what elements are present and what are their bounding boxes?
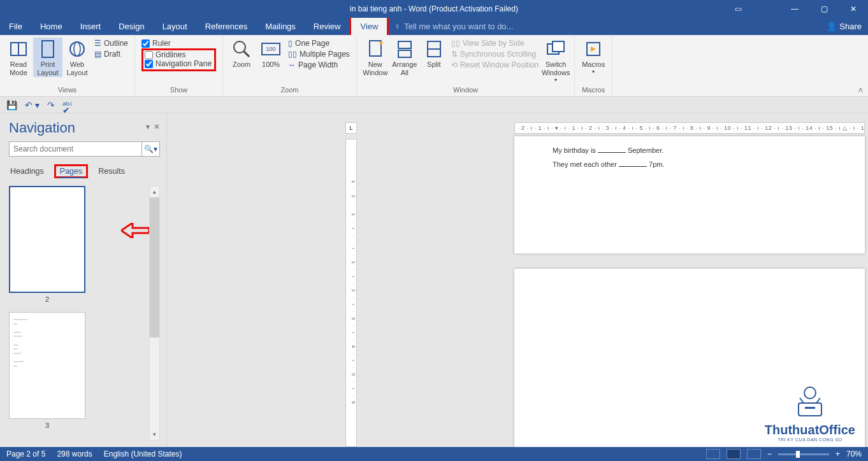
close-button[interactable]: ✕	[839, 0, 868, 18]
svg-rect-14	[553, 41, 564, 52]
web-layout-button[interactable]: WebLayout	[62, 38, 92, 77]
menu-bar: File Home Insert Design Layout Reference…	[0, 18, 868, 35]
share-button[interactable]: 👤Share	[827, 22, 862, 31]
document-canvas[interactable]: L · 2 · ı · 1 · ı · ▾ · ı · 1 · ı · 2 · …	[167, 113, 868, 447]
nav-close-button[interactable]: ✕	[154, 122, 160, 131]
thumb-label-2: 2	[9, 295, 85, 303]
draft-button[interactable]: ▤Draft	[94, 50, 128, 59]
outline-button[interactable]: ☰Outline	[94, 39, 128, 48]
ribbon: ReadMode PrintLayout WebLayout ☰Outline …	[0, 35, 868, 97]
restore-button[interactable]: ▢	[809, 0, 839, 18]
zoom-percent[interactable]: 70%	[846, 450, 862, 458]
tab-view[interactable]: View	[351, 18, 387, 35]
gridlines-checkbox[interactable]: Gridlines	[145, 50, 212, 59]
minimize-button[interactable]: —	[780, 0, 809, 18]
tab-file[interactable]: File	[0, 18, 31, 35]
tab-references[interactable]: References	[196, 18, 256, 35]
tab-home[interactable]: Home	[31, 18, 71, 35]
switch-windows-button[interactable]: SwitchWindows▾	[541, 38, 570, 83]
view-side-by-side-button: ▯▯View Side by Side	[451, 39, 539, 48]
group-macros-label: Macros	[579, 86, 608, 95]
one-page-button[interactable]: ▯One Page	[288, 39, 350, 48]
search-box[interactable]: 🔍▾	[9, 141, 160, 157]
svg-text:✶: ✶	[378, 39, 384, 48]
zoom-slider[interactable]	[778, 453, 829, 455]
tab-design[interactable]: Design	[110, 18, 153, 35]
page-thumb-2[interactable]	[9, 186, 85, 293]
group-window-label: Window	[361, 86, 570, 95]
title-bar: in bai tieng anh - Word (Product Activat…	[0, 0, 868, 18]
svg-rect-10	[398, 50, 411, 57]
share-icon: 👤	[827, 22, 837, 31]
zoom-100-button[interactable]: 100100%	[256, 38, 286, 69]
read-view-icon[interactable]	[706, 449, 720, 459]
vertical-ruler[interactable]: 1 · 2 1 · ı · ı · 1 · ı · 2 · ı · 3 · ı …	[345, 139, 357, 447]
zoom-in-button[interactable]: +	[835, 450, 840, 458]
quick-access-toolbar: 💾 ↶ ▾ ↷ ᵃᵇᶜ✔	[0, 97, 868, 113]
search-input[interactable]	[10, 142, 141, 156]
group-show-label: Show	[139, 86, 219, 95]
svg-rect-2	[42, 41, 54, 57]
group-zoom-label: Zoom	[227, 86, 352, 95]
tab-selector[interactable]: L	[345, 122, 357, 134]
print-layout-button[interactable]: PrintLayout	[33, 38, 62, 77]
status-words[interactable]: 298 words	[57, 450, 92, 458]
nav-scrollbar[interactable]: ▴ ▾	[149, 186, 160, 441]
spellcheck-icon[interactable]: ᵃᵇᶜ✔	[62, 100, 73, 110]
status-language[interactable]: English (United States)	[104, 450, 182, 458]
window-title: in bai tieng anh - Word (Product Activat…	[350, 4, 518, 13]
tell-me[interactable]: ♀Tell me what you want to do...	[394, 22, 513, 31]
document-page-2[interactable]: My birthday is September. They met each …	[514, 136, 865, 253]
nav-tab-headings[interactable]: Headings	[9, 166, 45, 177]
arrange-all-button[interactable]: ArrangeAll	[390, 38, 419, 77]
undo-icon[interactable]: ↶ ▾	[25, 100, 40, 110]
bulb-icon: ♀	[394, 22, 400, 31]
tab-mailings[interactable]: Mailings	[256, 18, 305, 35]
search-icon[interactable]: 🔍▾	[141, 142, 159, 156]
svg-line-6	[244, 52, 249, 57]
zoom-out-button[interactable]: −	[767, 450, 772, 458]
svg-point-4	[74, 42, 80, 56]
status-bar: Page 2 of 5 298 words English (United St…	[0, 447, 868, 461]
nav-title: Navigation	[9, 120, 160, 136]
nav-options-button[interactable]: ▾	[146, 122, 150, 131]
split-button[interactable]: Split	[419, 38, 449, 69]
ruler-checkbox[interactable]: Ruler	[141, 39, 216, 48]
annotation-arrow-icon	[121, 223, 149, 241]
print-view-icon[interactable]	[727, 449, 741, 459]
document-page-3[interactable]	[514, 269, 865, 447]
tab-layout[interactable]: Layout	[154, 18, 196, 35]
macros-button[interactable]: Macros▾	[579, 38, 608, 75]
nav-tab-results[interactable]: Results	[97, 166, 126, 177]
collapse-ribbon-button[interactable]: ᐱ	[858, 87, 863, 94]
group-views-label: Views	[4, 86, 131, 95]
navigation-pane: ▾✕ Navigation 🔍▾ Headings Pages Results …	[0, 113, 167, 447]
redo-icon[interactable]: ↷	[47, 100, 55, 110]
thumb-label-3: 3	[9, 422, 85, 429]
multiple-pages-button[interactable]: ▯▯Multiple Pages	[288, 50, 350, 59]
read-mode-button[interactable]: ReadMode	[4, 38, 33, 77]
reset-window-button: ⟲Reset Window Position	[451, 60, 539, 69]
tab-review[interactable]: Review	[305, 18, 350, 35]
navigation-pane-checkbox[interactable]: Navigation Pane	[145, 59, 212, 68]
save-icon[interactable]: 💾	[6, 100, 17, 110]
svg-rect-9	[398, 41, 411, 48]
tab-insert[interactable]: Insert	[71, 18, 110, 35]
page-width-button[interactable]: ↔Page Width	[288, 60, 350, 69]
status-page[interactable]: Page 2 of 5	[6, 450, 45, 458]
new-window-button[interactable]: ✶NewWindow	[361, 38, 390, 77]
nav-tab-pages[interactable]: Pages	[59, 166, 83, 178]
zoom-button[interactable]: Zoom	[227, 38, 256, 69]
ribbon-options-icon[interactable]: ▭	[725, 4, 751, 13]
page-thumb-3[interactable]: ━━━━━━━━━━━━━━━━━━━━━━━━━━━━━━━━━━━━━━━━…	[9, 312, 85, 419]
sync-scrolling-button: ⇅Synchronous Scrolling	[451, 50, 539, 59]
svg-point-3	[70, 42, 84, 56]
web-view-icon[interactable]	[747, 449, 761, 459]
horizontal-ruler[interactable]: · 2 · ı · 1 · ı · ▾ · ı · 1 · ı · 2 · ı …	[514, 122, 865, 134]
svg-point-5	[234, 41, 245, 53]
